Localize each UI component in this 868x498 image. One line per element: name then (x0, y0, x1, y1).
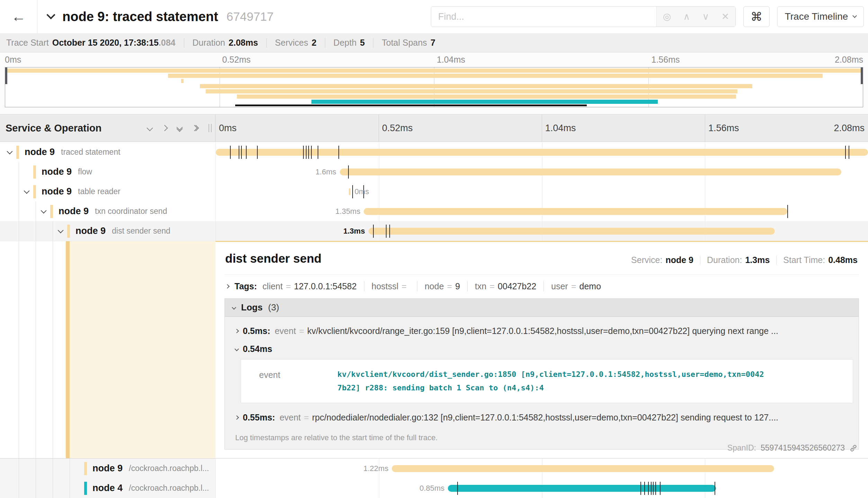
column-resizer-handle[interactable] (209, 124, 212, 132)
log-entry[interactable]: 0.5ms:event=kv/kvclient/kvcoord/range_it… (225, 321, 859, 341)
log-collapse-icon (234, 347, 239, 351)
service-name: node 9 (76, 226, 106, 236)
span-expand-chevron-icon[interactable] (24, 188, 30, 194)
minimap-right-scrubber[interactable] (861, 67, 863, 84)
view-selector-button[interactable]: Trace Timeline (777, 6, 864, 27)
span-expand-chevron-icon[interactable] (7, 148, 13, 154)
span-row[interactable]: node 4/cockroach.roachpb.l...0.85ms (0, 478, 868, 498)
tag-equals-icon: = (571, 281, 576, 291)
span-log-tick (241, 146, 242, 159)
meta-item: Start Time:0.48ms (783, 255, 858, 265)
log-timestamp: 0.55ms: (243, 413, 275, 423)
span-row[interactable]: node 9flow1.6ms (0, 162, 868, 182)
find-input[interactable] (431, 7, 656, 27)
timeline-grid-line (542, 182, 542, 201)
tree-guide-line (70, 478, 70, 498)
keyboard-shortcuts-button[interactable]: ⌘ (743, 6, 770, 27)
tag-value: 00427b22 (498, 281, 536, 291)
span-duration-bar[interactable] (349, 188, 351, 195)
span-log-tick (640, 482, 641, 495)
log-entry[interactable]: 0.55ms:event=rpc/nodedialer/nodedialer.g… (225, 407, 859, 428)
tag-separator (417, 281, 417, 291)
collapse-one-icon[interactable] (147, 125, 153, 131)
span-name-texts: node 9txn coordinator send (59, 201, 167, 221)
timeline-header-left: Service & Operation (0, 115, 215, 142)
span-duration-label: 1.22ms (363, 464, 388, 473)
tag-equals-icon: = (489, 281, 495, 291)
collapse-all-icon[interactable] (177, 125, 182, 131)
span-row[interactable]: node 9dist sender send1.3ms (0, 221, 868, 241)
prev-match-icon[interactable]: ∧ (683, 11, 690, 22)
span-row[interactable]: node 9txn coordinator send1.35ms (0, 201, 868, 221)
operation-name: dist sender send (112, 226, 170, 236)
span-rows-bottom: node 9/cockroach.roachpb.l...1.22msnode … (0, 459, 868, 498)
expand-all-icon[interactable] (192, 126, 198, 130)
span-row[interactable]: node 9table reader0ms (0, 182, 868, 201)
timeline-grid-line (542, 115, 542, 142)
stat-value: October 15 2020, 17:38:15 (52, 38, 159, 48)
span-log-tick (308, 146, 309, 159)
tag-key: node (425, 281, 444, 291)
service-color-bar (50, 205, 53, 218)
span-duration-bar[interactable] (448, 485, 716, 492)
span-expand-chevron-icon[interactable] (41, 208, 47, 214)
clear-search-icon[interactable]: ✕ (721, 11, 729, 22)
span-name-texts: node 9/cockroach.roachpb.l... (92, 459, 209, 478)
copy-link-icon[interactable] (849, 444, 858, 452)
timeline-tick-label: 2.08ms (834, 123, 865, 134)
span-row[interactable]: node 9traced statement (0, 142, 868, 162)
minimap-span-bar (200, 84, 752, 88)
timeline-grid-line (379, 478, 379, 498)
tag-item: txn=00427b22 (475, 281, 536, 291)
span-detail-header: dist sender send Service:node 9Duration:… (215, 242, 868, 265)
timeline-header-ticks: 0ms0.52ms1.04ms1.56ms2.08ms (215, 115, 868, 142)
span-name-texts: node 9flow (42, 162, 92, 182)
log-field-value: rpc/nodedialer/nodedialer.go:132 [n9,cli… (312, 413, 778, 423)
span-rows-top: node 9traced statementnode 9flow1.6msnod… (0, 142, 868, 241)
tag-equals-icon: = (447, 281, 452, 291)
tree-guide-line (53, 478, 53, 498)
span-duration-bar[interactable] (369, 228, 775, 235)
back-button[interactable]: ← (0, 0, 37, 33)
tags-row[interactable]: Tags: client=127.0.0.1:54582hostssl=node… (215, 275, 868, 296)
span-duration-bar[interactable] (392, 465, 774, 472)
meta-value: 0.48ms (828, 255, 858, 265)
tree-guide-line (36, 221, 36, 241)
span-duration-bar[interactable] (216, 149, 868, 156)
tag-key: user (551, 281, 568, 291)
minimap-span-bar (311, 100, 658, 104)
next-match-icon[interactable]: ∨ (702, 11, 709, 22)
span-duration-bar[interactable] (364, 208, 787, 215)
trace-collapse-chevron-icon[interactable] (46, 10, 55, 19)
minimap-span-bar (168, 74, 822, 78)
span-log-tick (239, 146, 239, 159)
minimap-left-scrubber[interactable] (5, 67, 7, 84)
log-entry-expanded-header[interactable]: 0.54ms (235, 344, 853, 359)
logs-header[interactable]: Logs (3) (225, 299, 859, 317)
tags-label: Tags: (234, 281, 257, 291)
find-controls: ◎ ∧ ∨ ✕ (656, 7, 735, 27)
expand-one-icon[interactable] (161, 125, 168, 131)
stats-separator (184, 38, 184, 48)
span-timeline-column: 1.22ms (215, 459, 868, 478)
span-log-tick (845, 146, 846, 159)
service-name: node 4 (92, 483, 123, 494)
span-expand-chevron-icon[interactable] (58, 227, 64, 233)
match-target-icon[interactable]: ◎ (663, 11, 671, 22)
minimap-canvas[interactable] (5, 67, 863, 107)
tag-equals-icon: = (401, 281, 407, 291)
span-duration-bar[interactable] (340, 169, 841, 175)
span-timeline-column: 0.85ms (215, 478, 868, 498)
span-name-texts: node 9traced statement (25, 142, 120, 162)
span-row[interactable]: node 9/cockroach.roachpb.l...1.22ms (0, 459, 868, 478)
service-name: node 9 (59, 206, 89, 217)
minimap-tick-label: 1.04ms (437, 55, 465, 65)
stat-value: 5 (360, 38, 365, 48)
stat-value: 2.08ms (229, 38, 258, 48)
stat-label: Trace Start (6, 38, 49, 48)
meta-value: 1.3ms (745, 255, 770, 265)
log-field-key: event (280, 413, 301, 423)
service-name: node 9 (42, 166, 72, 177)
operation-name: txn coordinator send (95, 207, 167, 216)
tree-guide-line (36, 459, 36, 478)
